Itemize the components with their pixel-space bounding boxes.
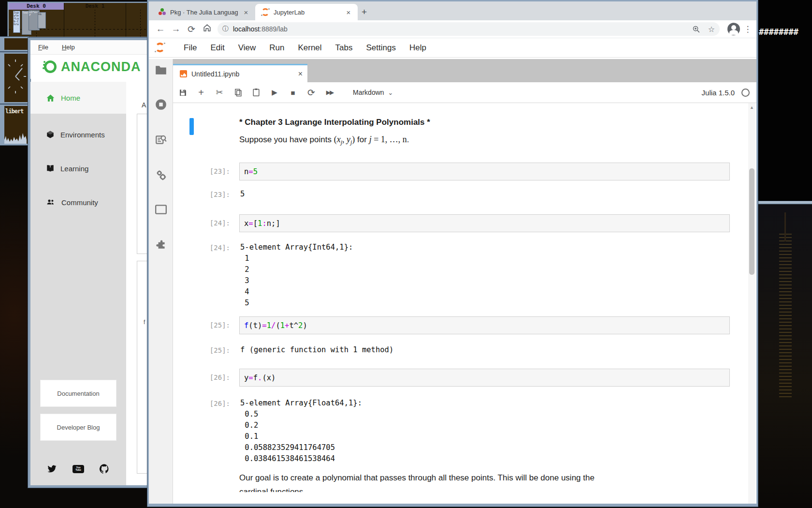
pager-body[interactable]: JupyterLab-Chro Tool o3*e+P ni bbox=[9, 10, 150, 37]
github-icon[interactable] bbox=[100, 464, 109, 474]
julia-favicon bbox=[159, 8, 166, 16]
notebook-tab[interactable]: Untitled11.ipynb × bbox=[173, 64, 307, 82]
pager-mini-window[interactable]: ni bbox=[38, 12, 46, 29]
running-kernels-icon[interactable] bbox=[155, 98, 167, 111]
code-text[interactable]: x=[1:n;] bbox=[244, 219, 280, 228]
notebook-scrollbar[interactable]: ▲ bbox=[748, 103, 755, 504]
pager-mini-window-jupyterlab[interactable]: JupyterLab-Chro bbox=[13, 11, 20, 33]
profile-avatar[interactable] bbox=[727, 23, 740, 35]
jl-menu-edit[interactable]: Edit bbox=[203, 43, 231, 53]
youtube-icon[interactable]: YouTube bbox=[72, 465, 84, 473]
jl-menu-run[interactable]: Run bbox=[262, 43, 291, 53]
developer-blog-button[interactable]: Developer Blog bbox=[40, 414, 116, 441]
desktop-wallpaper-city bbox=[758, 204, 812, 508]
jupyter-logo bbox=[155, 42, 166, 54]
code-input[interactable]: y=f.(x) bbox=[239, 369, 730, 387]
sidebar-item-environments[interactable]: Environments bbox=[30, 120, 126, 149]
cut-cells-icon[interactable]: ✂ bbox=[214, 87, 225, 98]
documentation-button[interactable]: Documentation bbox=[40, 380, 116, 407]
clock-widget[interactable] bbox=[0, 52, 29, 104]
output-prompt: [26]: bbox=[173, 398, 230, 409]
scroll-up-icon[interactable]: ▲ bbox=[748, 103, 755, 110]
terminal-window[interactable]: ######## bbox=[758, 0, 812, 202]
file-browser-icon[interactable] bbox=[155, 65, 167, 75]
markdown-intro: Suppose you have points (xj, yj) for j =… bbox=[239, 134, 756, 147]
command-palette-icon[interactable] bbox=[155, 134, 167, 146]
paste-cells-icon[interactable] bbox=[250, 88, 262, 97]
zoom-icon[interactable] bbox=[692, 25, 700, 33]
restart-run-all-icon[interactable]: ▶▶ bbox=[324, 89, 335, 96]
sidebar-item-learning[interactable]: Learning bbox=[30, 154, 126, 182]
window-fragment bbox=[0, 37, 29, 51]
anaconda-menu-help[interactable]: Help bbox=[62, 44, 75, 51]
output-text: 5-element Array{Float64,1}: 0.5 0.2 0.1 … bbox=[239, 398, 730, 464]
cell-output: [25]:f (generic function with 1 method) bbox=[239, 344, 730, 356]
open-tabs-icon[interactable] bbox=[155, 204, 167, 215]
jl-menu-kernel[interactable]: Kernel bbox=[291, 43, 328, 53]
input-prompt: [24]: bbox=[173, 214, 230, 232]
jl-menu-settings[interactable]: Settings bbox=[360, 43, 403, 53]
add-cell-icon[interactable]: + bbox=[195, 87, 207, 98]
code-text[interactable]: n=5 bbox=[244, 167, 258, 176]
code-input[interactable]: n=5 bbox=[239, 163, 730, 180]
code-cell[interactable]: [24]:x=[1:n;] bbox=[239, 214, 730, 232]
back-icon[interactable]: ← bbox=[153, 24, 168, 34]
sidebar-item-community[interactable]: Community bbox=[30, 188, 126, 216]
anaconda-menu-file[interactable]: File bbox=[38, 44, 48, 51]
forward-icon[interactable]: → bbox=[168, 24, 184, 34]
address-bar[interactable]: ⓘ localhost :8889/lab ☆ bbox=[218, 22, 720, 36]
pager-desk-1[interactable]: Desk 1 bbox=[64, 3, 126, 10]
libert-load-monitor[interactable]: libert bbox=[0, 105, 29, 145]
cell-type-dropdown[interactable]: Markdown ⌄ bbox=[353, 89, 393, 96]
site-info-icon[interactable]: ⓘ bbox=[222, 25, 229, 33]
jupyter-favicon bbox=[261, 8, 270, 16]
kernel-status-icon[interactable] bbox=[741, 89, 750, 97]
property-inspector-icon[interactable] bbox=[155, 169, 167, 181]
notebook-content[interactable]: * Chapter 3 Lagrange Interpolating Polyn… bbox=[173, 103, 756, 504]
close-tab-icon[interactable]: × bbox=[242, 8, 250, 16]
code-text[interactable]: y=f.(x) bbox=[244, 374, 276, 382]
code-cell[interactable]: [23]:n=5 bbox=[239, 163, 730, 180]
jl-menu-help[interactable]: Help bbox=[403, 43, 433, 53]
tab-julia-docs[interactable]: Pkg · The Julia Language × bbox=[153, 4, 255, 20]
code-text[interactable]: f(t)=1/(1+t^2) bbox=[244, 321, 307, 330]
reload-icon[interactable]: ⟳ bbox=[184, 24, 199, 35]
bookmark-star-icon[interactable]: ☆ bbox=[708, 25, 715, 34]
code-cell[interactable]: [26]:y=f.(x) bbox=[239, 369, 730, 387]
twitter-icon[interactable] bbox=[47, 464, 57, 473]
code-cell[interactable]: [25]:f(t)=1/(1+t^2) bbox=[239, 316, 730, 334]
copy-cells-icon[interactable] bbox=[232, 88, 244, 97]
anaconda-logo-icon bbox=[44, 60, 57, 73]
run-cell-icon[interactable]: ▶ bbox=[269, 88, 280, 97]
code-input[interactable]: x=[1:n;] bbox=[239, 214, 730, 232]
jl-menu-file[interactable]: File bbox=[177, 43, 203, 53]
jl-menu-view[interactable]: View bbox=[232, 43, 263, 53]
clock-face bbox=[4, 54, 27, 99]
home-icon bbox=[46, 93, 55, 103]
selected-cell-indicator bbox=[189, 118, 194, 135]
virtual-desktop-pager[interactable]: Desk 0 Desk 1 JupyterLab-Chro Tool o3*e+… bbox=[8, 2, 151, 38]
pager-desk-2[interactable] bbox=[126, 3, 150, 10]
pager-divider bbox=[64, 10, 64, 37]
home-icon[interactable] bbox=[199, 23, 215, 35]
restart-kernel-icon[interactable]: ⟳ bbox=[305, 87, 317, 98]
close-notebook-icon[interactable]: × bbox=[298, 70, 303, 78]
jl-menu-tabs[interactable]: Tabs bbox=[329, 43, 360, 53]
url-host: localhost bbox=[233, 25, 260, 33]
close-tab-icon[interactable]: × bbox=[344, 8, 353, 16]
extensions-puzzle-icon[interactable] bbox=[155, 238, 167, 250]
stop-kernel-icon[interactable]: ■ bbox=[287, 89, 299, 97]
new-tab-button[interactable]: + bbox=[358, 7, 374, 20]
scrollbar-thumb[interactable] bbox=[749, 168, 754, 275]
chrome-menu-icon[interactable]: ⋮ bbox=[743, 24, 753, 34]
input-prompt: [23]: bbox=[173, 163, 230, 180]
code-input[interactable]: f(t)=1/(1+t^2) bbox=[239, 316, 730, 334]
pager-desk-0[interactable]: Desk 0 bbox=[9, 3, 64, 10]
pager-page-divider bbox=[140, 10, 141, 37]
markdown-outro-partial: cardinal functions bbox=[239, 487, 730, 492]
tab-jupyterlab[interactable]: JupyterLab × bbox=[255, 4, 358, 20]
save-icon[interactable] bbox=[177, 88, 188, 97]
kernel-name[interactable]: Julia 1.5.0 bbox=[702, 89, 735, 97]
sidebar-item-home[interactable]: Home bbox=[30, 82, 126, 114]
chrome-window[interactable]: Pkg · The Julia Language × JupyterLab × … bbox=[147, 0, 758, 507]
